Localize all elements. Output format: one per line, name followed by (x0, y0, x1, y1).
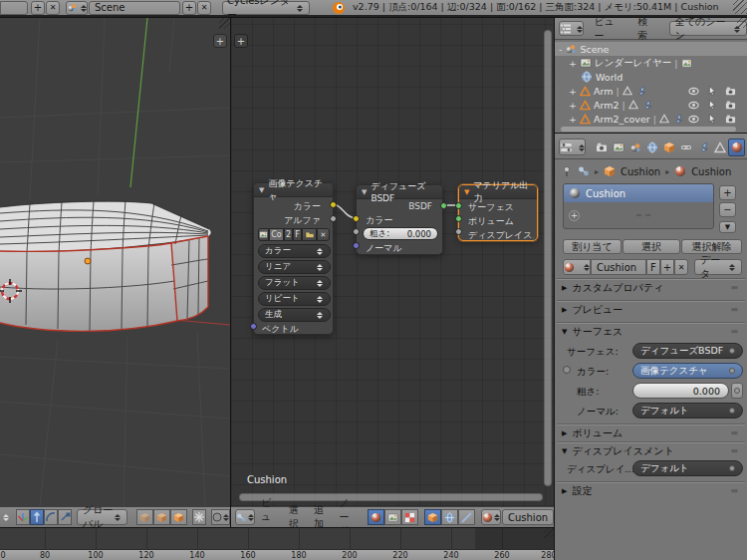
tab-object-data[interactable] (711, 139, 728, 156)
manipulator-scale-icon[interactable] (58, 509, 72, 525)
node-image-texture-header[interactable]: ▼ 画像テクスチャ (254, 183, 333, 197)
color-space-dropdown[interactable]: カラー (258, 244, 331, 258)
outliner-row-arm2[interactable]: + Arm2 | (555, 98, 747, 112)
scene-icon-dropdown[interactable] (66, 1, 88, 15)
pin-icon[interactable] (561, 165, 573, 177)
outliner-row-renderlayers[interactable]: + レンダーレイヤー | (555, 56, 747, 70)
menu-search[interactable]: 検索 (637, 18, 657, 43)
visibility-eye-icon[interactable] (688, 114, 699, 125)
outliner-row-arm[interactable]: + Arm | (555, 84, 747, 98)
selectability-cursor-icon[interactable] (707, 100, 717, 110)
timeline[interactable]: 0 80 100 120 140 160 180 200 220 240 260… (0, 528, 554, 560)
collapse-toggle[interactable]: + (569, 86, 577, 97)
vertex-select-icon[interactable] (136, 509, 153, 525)
panel-surface[interactable]: ▼ サーフェス ▬ (557, 323, 745, 339)
material-name-field[interactable]: Cushion (502, 509, 554, 525)
viewport-3d[interactable]: + グローバル (0, 18, 230, 527)
selectability-cursor-icon[interactable] (707, 114, 717, 124)
tab-render[interactable] (593, 139, 610, 156)
panel-grip[interactable]: ▬ (730, 283, 739, 292)
collapse-toggle[interactable]: + (569, 58, 577, 69)
properties-editor[interactable]: ▸ Cushion ▸ Cushion Cushion + ═ ═ + − ▼ … (555, 134, 747, 560)
panel-grip[interactable]: ▬ (730, 428, 739, 437)
image-users-button[interactable]: 2 (284, 228, 293, 241)
area-corner-widget[interactable] (544, 528, 554, 538)
close-layout-button[interactable]: ✕ (46, 1, 60, 15)
tab-constraints[interactable] (677, 139, 694, 156)
collapse-toggle[interactable]: + (569, 114, 577, 125)
image-name-field[interactable]: Co (269, 228, 284, 241)
socket-normal-input[interactable] (353, 242, 360, 249)
socket-displacement-input[interactable] (455, 228, 462, 235)
node-material-output[interactable]: ▼ マテリアル出力 サーフェス ボリューム ディスプレイスメ... (458, 184, 538, 241)
delete-scene-button[interactable]: ✕ (197, 1, 211, 15)
panel-preview[interactable]: ▶ プレビュー ▬ (557, 301, 745, 317)
menu-view[interactable]: ビュー (594, 18, 623, 43)
socket-vector-input[interactable] (250, 323, 257, 330)
manipulator-rotate-icon[interactable] (44, 509, 58, 525)
extension-dropdown[interactable]: リピート (258, 292, 331, 306)
transform-orientation-dropdown[interactable]: グローバル (77, 509, 127, 525)
menu-view[interactable]: ビュー (261, 496, 281, 527)
material-icon-dropdown[interactable] (481, 509, 501, 525)
roughness-slider[interactable]: 0.000 (632, 383, 729, 399)
surface-shader-dropdown[interactable]: ディフューズBSDF (632, 343, 743, 359)
panel-settings[interactable]: ▶ 設定 ▬ (557, 482, 745, 498)
editor-type-dropdown[interactable] (559, 139, 586, 155)
image-icon[interactable] (258, 228, 269, 241)
cushion-mesh[interactable] (0, 200, 211, 331)
fake-user-button[interactable]: F (646, 259, 660, 275)
panel-displacement[interactable]: ▼ ディスプレイスメント ▬ (557, 442, 745, 458)
timeline-frame-ruler[interactable]: 0 80 100 120 140 160 180 200 220 240 260… (0, 549, 554, 560)
collapse-toggle[interactable]: + (569, 100, 577, 111)
menu-select[interactable]: 選択 (289, 503, 306, 527)
deselect-button[interactable]: 選択解除 (681, 239, 742, 254)
image-fake-user-button[interactable]: F (293, 228, 302, 241)
socket-surface-input[interactable] (455, 202, 462, 209)
panel-volume[interactable]: ▶ ボリューム ▬ (557, 424, 745, 440)
node-diffuse-bsdf[interactable]: ▼ ディフューズBSDF BSDF カラー 粗さ: 0.000 ノーマル (356, 184, 443, 255)
interpolation-dropdown[interactable]: リニア (258, 260, 331, 274)
tab-material[interactable] (728, 139, 745, 156)
proportional-edit-dropdown[interactable] (211, 509, 230, 525)
manipulator-axis-icon[interactable] (16, 509, 30, 525)
socket-roughness-input[interactable] (353, 228, 360, 235)
normal-input-dropdown[interactable]: デフォルト (632, 403, 743, 419)
manipulator-translate-icon[interactable] (30, 509, 44, 525)
linestyle-shader-icon[interactable] (458, 509, 475, 525)
renderability-camera-icon[interactable] (725, 86, 736, 97)
properties-region-expand-button[interactable]: + (213, 34, 227, 48)
display-filter-dropdown[interactable]: 全てのシーン (669, 21, 747, 36)
socket-alpha-output[interactable] (330, 215, 337, 222)
displacement-dropdown[interactable]: デフォルト (632, 460, 743, 476)
renderability-camera-icon[interactable] (725, 114, 736, 125)
tab-scene[interactable] (626, 139, 643, 156)
breadcrumb-object[interactable]: Cushion (621, 166, 660, 177)
visibility-eye-icon[interactable] (688, 100, 699, 111)
panel-custom-properties[interactable]: ▶ カスタムプロパティ ▬ (557, 279, 745, 295)
collapse-toggle[interactable]: - (559, 44, 562, 55)
world-shader-icon[interactable] (441, 509, 458, 525)
animate-dot-icon[interactable] (563, 366, 571, 374)
screen-layout-field[interactable] (0, 1, 28, 15)
selectability-cursor-icon[interactable] (707, 86, 717, 96)
remove-material-slot-button[interactable]: − (719, 202, 736, 217)
material-name-field[interactable]: Cushion (591, 259, 646, 275)
outliner[interactable]: ビュー 検索 全てのシーン - Scene + レンダーレイヤー | World… (555, 18, 747, 133)
socket-bsdf-output[interactable] (440, 202, 447, 209)
select-button[interactable]: 選択 (622, 239, 680, 254)
panel-grip[interactable]: ▬ (730, 486, 739, 495)
add-slot-inline-icon[interactable]: + (569, 210, 580, 221)
roughness-slider[interactable]: 粗さ: 0.000 (363, 227, 438, 240)
outliner-row-scene[interactable]: - Scene (555, 42, 747, 56)
node-output-header[interactable]: ▼ マテリアル出力 (459, 185, 537, 199)
new-material-button[interactable]: + (660, 259, 674, 275)
source-dropdown[interactable]: 生成 (258, 308, 331, 322)
face-select-icon[interactable] (170, 509, 187, 525)
editor-type-dropdown[interactable] (559, 21, 584, 36)
snap-icon[interactable] (192, 509, 206, 525)
texture-nodes-icon[interactable] (401, 509, 418, 525)
unlink-material-button[interactable]: ✕ (674, 259, 688, 275)
breadcrumb-material[interactable]: Cushion (691, 166, 731, 177)
tab-object[interactable] (660, 139, 677, 156)
